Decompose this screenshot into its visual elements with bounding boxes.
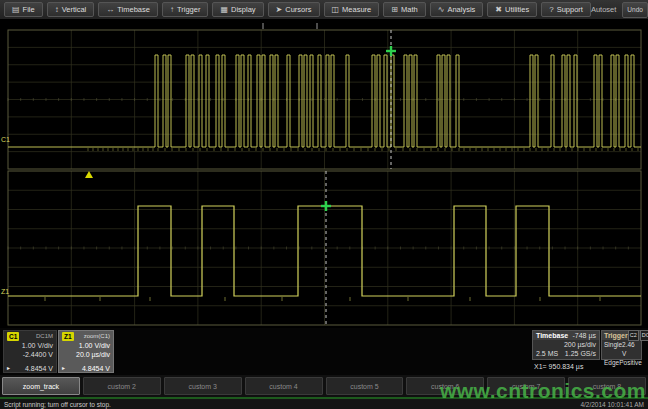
scope-svg xyxy=(0,20,648,328)
analysis-icon: ∿ xyxy=(438,6,445,14)
tab-custom-4[interactable]: custom 4 xyxy=(245,377,323,395)
z1-trace-label: Z1 xyxy=(1,288,9,295)
vertical-icon: ↕ xyxy=(55,6,59,14)
timebase-panel[interactable]: Timebase -748 µs 200 µs/div 2.5 MS 1.25 … xyxy=(532,330,600,360)
c1-descriptor[interactable]: C1 DC1M 1.00 V/div -2.4400 V ▸ 4.8454 V xyxy=(3,330,57,373)
status-message: Script running; turn off cursor to stop. xyxy=(4,401,111,408)
menu-analysis-label: Analysis xyxy=(447,5,475,14)
menu-math-button[interactable]: ⊞Math xyxy=(383,2,425,17)
math-icon: ⊞ xyxy=(391,6,398,14)
tab-zoom_track[interactable]: zoom_track xyxy=(2,377,80,395)
menu-math-label: Math xyxy=(401,5,418,14)
display-icon: ▦ xyxy=(220,6,228,14)
watermark: www.cntronics.com xyxy=(440,379,646,403)
trigger-panel[interactable]: Trigger C2 DC Single 2.46 V Edge Positiv… xyxy=(601,330,642,360)
trigger-icon: ↑ xyxy=(170,6,174,14)
timebase-icon: ↔ xyxy=(106,6,114,14)
z1-timebase: 20.0 µs/div xyxy=(62,350,110,359)
tab-custom-3[interactable]: custom 3 xyxy=(164,377,242,395)
menu-display-label: Display xyxy=(231,5,256,14)
measure-icon: ◫ xyxy=(332,6,340,14)
menu-file-label: File xyxy=(23,5,35,14)
menu-support-button[interactable]: ?Support xyxy=(541,2,591,17)
oscilloscope-app: ▤File↕Vertical↔Timebase↑Trigger▦Display➤… xyxy=(0,0,648,409)
trigger-mode: Single xyxy=(604,340,622,358)
timebase-rate: 1.25 GS/s xyxy=(565,349,596,358)
c1-offset: -2.4400 V xyxy=(7,350,53,359)
trigger-slope: Positive xyxy=(619,358,642,367)
menu-trigger-button[interactable]: ↑Trigger xyxy=(162,2,208,17)
timebase-trigger-group: Timebase -748 µs 200 µs/div 2.5 MS 1.25 … xyxy=(532,330,644,370)
descriptor-bar: C1 DC1M 1.00 V/div -2.4400 V ▸ 4.8454 V … xyxy=(0,328,648,375)
z1-source: zoom(C1) xyxy=(84,332,110,341)
menu-support-label: Support xyxy=(557,5,583,14)
tab-custom-2[interactable]: custom 2 xyxy=(83,377,161,395)
c1-coupling: DC1M xyxy=(36,332,53,341)
menu-vertical-label: Vertical xyxy=(62,5,87,14)
waveform-display: C1 Z1 xyxy=(0,20,648,328)
z1-descriptor[interactable]: Z1 zoom(C1) 1.00 V/div 20.0 µs/div ▸ 4.8… xyxy=(58,330,114,373)
z1-measured-value: 4.8454 V xyxy=(82,364,110,373)
c1-scale: 1.00 V/div xyxy=(7,341,53,350)
menu-display-button[interactable]: ▦Display xyxy=(212,2,263,17)
menu-file-button[interactable]: ▤File xyxy=(4,2,43,17)
support-icon: ? xyxy=(549,6,553,14)
menu-vertical-button[interactable]: ↕Vertical xyxy=(47,2,95,17)
file-icon: ▤ xyxy=(12,6,20,14)
menu-measure-label: Measure xyxy=(342,5,371,14)
menu-timebase-button[interactable]: ↔Timebase xyxy=(98,2,158,17)
menu-items: ▤File↕Vertical↔Timebase↑Trigger▦Display➤… xyxy=(4,2,591,17)
tab-custom-5[interactable]: custom 5 xyxy=(326,377,404,395)
menu-utilities-button[interactable]: ✖Utilities xyxy=(487,2,537,17)
utilities-icon: ✖ xyxy=(495,6,502,14)
level-marker-icon: ▸ xyxy=(62,364,65,373)
trigger-level: 2.46 V xyxy=(622,340,639,358)
menu-right: Autoset Undo xyxy=(591,2,648,18)
menu-timebase-label: Timebase xyxy=(117,5,150,14)
undo-button[interactable]: Undo xyxy=(622,2,648,18)
menu-bar: ▤File↕Vertical↔Timebase↑Trigger▦Display➤… xyxy=(0,0,648,20)
timebase-samples: 2.5 MS xyxy=(536,349,558,358)
z1-badge: Z1 xyxy=(62,332,74,341)
menu-trigger-label: Trigger xyxy=(177,5,200,14)
menu-cursors-label: Cursors xyxy=(285,5,311,14)
c1-badge: C1 xyxy=(7,332,19,341)
autoset-button[interactable]: Autoset xyxy=(591,5,616,14)
timebase-title: Timebase xyxy=(536,331,568,340)
timebase-scale: 200 µs/div xyxy=(536,340,596,349)
z1-scale: 1.00 V/div xyxy=(62,341,110,350)
level-marker-icon: ▸ xyxy=(7,364,10,373)
trigger-title: Trigger xyxy=(604,331,628,340)
menu-cursors-button[interactable]: ➤Cursors xyxy=(268,2,320,17)
zoom-position-marker-icon[interactable] xyxy=(85,171,93,178)
trigger-source-coupling: DC xyxy=(640,330,648,341)
trigger-type: Edge xyxy=(604,358,619,367)
c1-measured-value: 4.8454 V xyxy=(25,364,53,373)
menu-measure-button[interactable]: ◫Measure xyxy=(324,2,380,17)
c1-trace-label: C1 xyxy=(1,136,10,143)
timebase-delay: -748 µs xyxy=(573,331,597,340)
menu-utilities-label: Utilities xyxy=(505,5,529,14)
menu-analysis-button[interactable]: ∿Analysis xyxy=(430,2,484,17)
cursors-icon: ➤ xyxy=(276,6,283,14)
